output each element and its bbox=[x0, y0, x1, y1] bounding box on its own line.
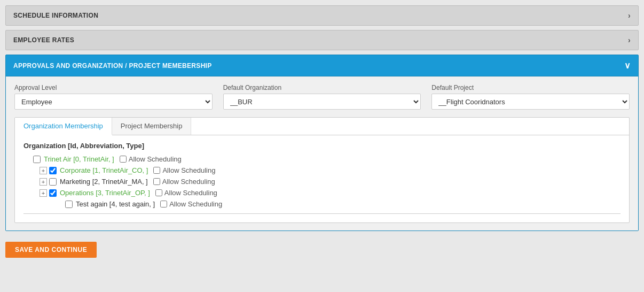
approvals-section: APPROVALS AND ORGANIZATION / PROJECT MEM… bbox=[5, 55, 639, 231]
allow-scheduling-trinet-air: Allow Scheduling bbox=[120, 155, 182, 163]
org-name-trinet-air[interactable]: Trinet Air [0, TrinetAir, ] bbox=[44, 155, 114, 163]
schedule-information-header[interactable]: SCHEDULE INFORMATION › bbox=[6, 6, 638, 25]
allow-scheduling-checkbox-marketing[interactable] bbox=[153, 178, 160, 185]
tree-row: + Operations [3, TrinetAir_OP, ] Allow S… bbox=[40, 189, 621, 197]
schedule-information-chevron: › bbox=[628, 11, 631, 20]
expand-btn-operations[interactable]: + bbox=[40, 189, 47, 197]
tab-content-org-membership: Organization [Id, Abbreviation, Type] Tr… bbox=[15, 135, 629, 222]
approvals-chevron: ∨ bbox=[624, 60, 631, 71]
approvals-body: Approval Level Employee Default Organiza… bbox=[6, 76, 638, 230]
schedule-information-section: SCHEDULE INFORMATION › bbox=[5, 5, 639, 26]
row-checkbox-operations[interactable] bbox=[49, 189, 57, 197]
org-name-operations[interactable]: Operations [3, TrinetAir_OP, ] bbox=[60, 189, 150, 197]
expand-btn-corporate[interactable]: + bbox=[40, 167, 47, 174]
approval-level-select[interactable]: Employee bbox=[14, 94, 213, 110]
tabs-header: Organization Membership Project Membersh… bbox=[15, 118, 629, 135]
tree-row: Test again [4, test again, ] Allow Sched… bbox=[56, 200, 621, 208]
tabs-container: Organization Membership Project Membersh… bbox=[14, 117, 630, 223]
org-name-marketing[interactable]: Marketing [2, TrinetAir_MA, ] bbox=[60, 178, 148, 186]
approvals-label: APPROVALS AND ORGANIZATION / PROJECT MEM… bbox=[13, 62, 212, 70]
employee-rates-chevron: › bbox=[628, 36, 631, 44]
tree-row: + Corporate [1, TrinetAir_CO, ] Allow Sc… bbox=[40, 166, 621, 174]
default-project-label: Default Project bbox=[431, 84, 630, 91]
allow-scheduling-checkbox-corporate[interactable] bbox=[153, 167, 160, 174]
approval-level-label: Approval Level bbox=[14, 84, 213, 91]
default-project-select[interactable]: __Flight Cooridnators bbox=[431, 94, 630, 110]
row-checkbox-trinet-air[interactable] bbox=[33, 156, 41, 163]
allow-scheduling-operations: Allow Scheduling bbox=[155, 189, 217, 197]
form-row-dropdowns: Approval Level Employee Default Organiza… bbox=[14, 84, 630, 110]
tab-organization-membership[interactable]: Organization Membership bbox=[15, 118, 112, 135]
allow-scheduling-test-again: Allow Scheduling bbox=[160, 200, 222, 208]
allow-scheduling-corporate: Allow Scheduling bbox=[153, 166, 215, 174]
row-checkbox-marketing[interactable] bbox=[49, 178, 57, 186]
default-project-group: Default Project __Flight Cooridnators bbox=[431, 84, 630, 110]
save-and-continue-button[interactable]: SAVE AND CONTINUE bbox=[5, 242, 97, 258]
allow-scheduling-marketing: Allow Scheduling bbox=[153, 178, 215, 186]
row-checkbox-test-again[interactable] bbox=[65, 201, 73, 208]
default-org-group: Default Organization __BUR bbox=[223, 84, 421, 110]
approvals-header[interactable]: APPROVALS AND ORGANIZATION / PROJECT MEM… bbox=[6, 55, 638, 76]
employee-rates-label: EMPLOYEE RATES bbox=[13, 36, 74, 44]
org-name-test-again[interactable]: Test again [4, test again, ] bbox=[76, 200, 155, 208]
tree-row: + Marketing [2, TrinetAir_MA, ] Allow Sc… bbox=[40, 178, 621, 186]
approval-level-group: Approval Level Employee bbox=[14, 84, 213, 110]
allow-scheduling-checkbox-operations[interactable] bbox=[155, 189, 162, 196]
org-name-corporate[interactable]: Corporate [1, TrinetAir_CO, ] bbox=[60, 166, 148, 174]
tree-row: Trinet Air [0, TrinetAir, ] Allow Schedu… bbox=[23, 155, 621, 163]
employee-rates-header[interactable]: EMPLOYEE RATES › bbox=[6, 30, 638, 50]
allow-scheduling-checkbox-trinet-air[interactable] bbox=[120, 156, 127, 163]
row-checkbox-corporate[interactable] bbox=[49, 167, 57, 174]
employee-rates-section: EMPLOYEE RATES › bbox=[5, 30, 639, 50]
expand-placeholder bbox=[23, 156, 31, 163]
allow-scheduling-checkbox-test-again[interactable] bbox=[160, 201, 167, 208]
org-table-header: Organization [Id, Abbreviation, Type] bbox=[23, 142, 621, 150]
default-org-label: Default Organization bbox=[223, 84, 421, 91]
expand-btn-marketing[interactable]: + bbox=[40, 178, 47, 186]
default-org-select[interactable]: __BUR bbox=[223, 94, 421, 110]
tab-project-membership[interactable]: Project Membership bbox=[112, 118, 192, 135]
expand-placeholder bbox=[56, 201, 63, 208]
tab-divider bbox=[23, 213, 621, 214]
schedule-information-label: SCHEDULE INFORMATION bbox=[13, 12, 98, 19]
